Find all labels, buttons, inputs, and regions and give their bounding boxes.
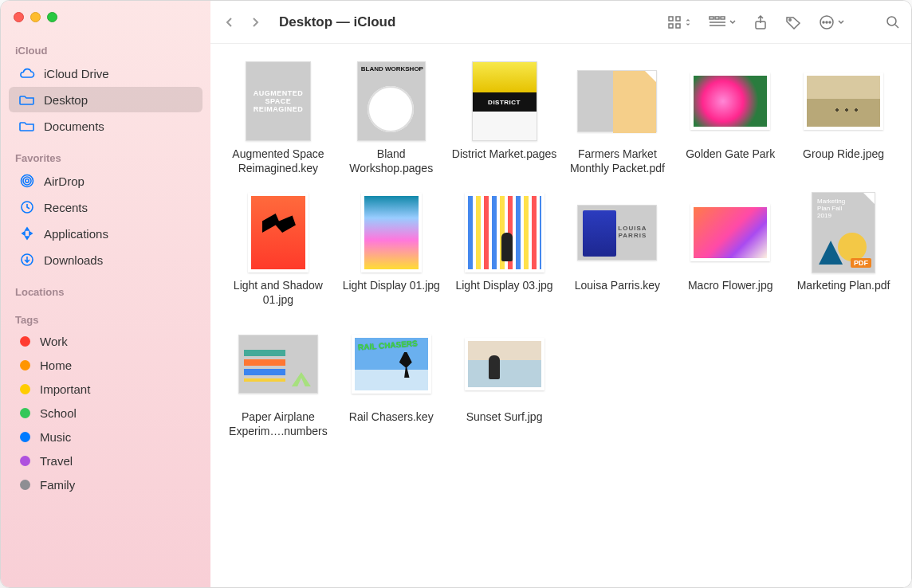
file-item[interactable]: Light Display 01.jpg: [338, 193, 445, 307]
sidebar-item-airdrop[interactable]: AirDrop: [9, 168, 202, 194]
file-item[interactable]: AUGMENTED SPACE REIMAGINED Augmented Spa…: [225, 61, 332, 175]
file-thumbnail: [804, 61, 883, 141]
tag-item[interactable]: Home: [9, 353, 202, 377]
file-thumbnail: [690, 193, 770, 272]
file-item[interactable]: Rail Chasers.key: [338, 324, 445, 438]
airdrop-icon: [18, 174, 36, 188]
section-heading: Tags: [1, 309, 210, 329]
apps-icon: [18, 226, 36, 241]
file-item[interactable]: Group Ride.jpeg: [790, 61, 897, 175]
minimize-window-button[interactable]: [30, 12, 41, 22]
file-name: Augmented Space Reimagined.key: [225, 147, 332, 175]
sidebar-item-applications[interactable]: Applications: [9, 221, 202, 246]
cloud-icon: [18, 66, 36, 80]
sidebar-item-label: AirDrop: [44, 174, 85, 188]
file-item[interactable]: Farmers Market Monthly Packet.pdf: [564, 61, 670, 175]
svg-rect-11: [721, 17, 725, 19]
section-heading: iCloud: [1, 40, 210, 60]
file-name: Macro Flower.jpg: [688, 279, 773, 293]
sidebar-section-locations: Locations: [1, 281, 210, 301]
file-item[interactable]: Paper Airplane Experim….numbers: [225, 324, 332, 438]
tag-item[interactable]: Work: [9, 329, 202, 353]
group-by-button[interactable]: [709, 15, 736, 29]
file-name: Farmers Market Monthly Packet.pdf: [564, 147, 670, 175]
main-pane: Desktop — iCloud: [210, 1, 911, 587]
file-thumbnail: [465, 193, 544, 272]
tag-item[interactable]: School: [9, 401, 202, 425]
tag-label: Family: [40, 478, 75, 492]
fullscreen-window-button[interactable]: [47, 12, 57, 22]
tag-label: School: [40, 406, 77, 420]
file-item[interactable]: Louisa Parris.key: [564, 193, 670, 307]
file-grid: AUGMENTED SPACE REIMAGINED Augmented Spa…: [210, 44, 911, 587]
tag-color-dot: [20, 384, 30, 394]
tag-item[interactable]: Music: [9, 425, 202, 449]
svg-point-17: [829, 22, 831, 23]
tag-item[interactable]: Important: [9, 377, 202, 401]
sidebar-item-icloud-drive[interactable]: iCloud Drive: [9, 61, 202, 86]
search-button[interactable]: [886, 15, 900, 29]
tag-label: Important: [40, 382, 90, 396]
file-name: Sunset Surf.jpg: [466, 410, 543, 425]
back-button[interactable]: [222, 14, 238, 30]
file-item[interactable]: Golden Gate Park: [677, 61, 784, 175]
sidebar-item-label: Recents: [44, 201, 88, 214]
svg-point-13: [789, 18, 791, 20]
clock-icon: [18, 200, 36, 214]
file-thumbnail: [238, 193, 318, 272]
svg-point-18: [887, 17, 896, 25]
file-name: Marketing Plan.pdf: [797, 279, 890, 293]
svg-rect-6: [676, 17, 680, 21]
forward-button[interactable]: [247, 14, 263, 30]
folder-icon: [18, 92, 36, 107]
svg-point-1: [23, 177, 31, 185]
file-name: Rail Chasers.key: [349, 410, 434, 425]
file-thumbnail: AUGMENTED SPACE REIMAGINED: [238, 61, 318, 141]
sidebar-section-icloud: iCloud iCloud Drive Desktop Documents: [1, 40, 210, 139]
sidebar-item-downloads[interactable]: Downloads: [9, 247, 202, 272]
tag-color-dot: [20, 456, 30, 466]
folder-icon: [18, 119, 36, 133]
svg-rect-10: [715, 17, 719, 19]
close-window-button[interactable]: [14, 12, 24, 22]
share-button[interactable]: [753, 14, 768, 30]
more-actions-button[interactable]: [819, 14, 844, 30]
file-thumbnail: [577, 61, 657, 141]
file-item[interactable]: Light and Shadow 01.jpg: [225, 193, 332, 307]
file-item[interactable]: Bland Workshop.pages: [338, 61, 445, 175]
file-item[interactable]: Macro Flower.jpg: [677, 193, 784, 307]
svg-point-16: [826, 22, 827, 23]
toolbar-actions: [667, 14, 900, 30]
file-item[interactable]: DISTRICT District Market.pages: [451, 61, 558, 175]
window-controls: [1, 12, 210, 22]
tag-item[interactable]: Travel: [9, 449, 202, 472]
sidebar-section-favorites: Favorites AirDrop Recents Applications D…: [1, 147, 210, 273]
nav-buttons: [222, 14, 263, 30]
tag-color-dot: [20, 360, 30, 370]
file-name: Light Display 03.jpg: [455, 279, 552, 293]
svg-rect-8: [676, 24, 680, 28]
tag-item[interactable]: Family: [9, 472, 202, 496]
sidebar-item-recents[interactable]: Recents: [9, 194, 202, 220]
file-item[interactable]: Light Display 03.jpg: [451, 193, 558, 307]
tag-label: Work: [40, 335, 68, 348]
sidebar-item-desktop[interactable]: Desktop: [9, 87, 202, 112]
file-item[interactable]: Sunset Surf.jpg: [451, 324, 558, 438]
svg-rect-5: [669, 17, 673, 21]
svg-rect-7: [669, 24, 673, 28]
tags-button[interactable]: [785, 15, 801, 29]
file-thumbnail: [238, 324, 318, 404]
tag-color-dot: [20, 432, 30, 442]
file-item[interactable]: PDF Marketing Plan.pdf: [790, 193, 897, 307]
window-title: Desktop — iCloud: [279, 14, 395, 30]
tag-color-dot: [20, 480, 30, 490]
file-thumbnail: DISTRICT: [465, 61, 544, 141]
file-thumbnail: [352, 324, 431, 404]
file-thumbnail: PDF: [804, 193, 883, 272]
view-toggle-button[interactable]: [667, 15, 691, 29]
sidebar-item-documents[interactable]: Documents: [9, 113, 202, 139]
sidebar-item-label: iCloud Drive: [44, 67, 109, 80]
file-thumbnail: [352, 61, 431, 141]
section-heading: Locations: [1, 281, 210, 301]
file-name: Light Display 01.jpg: [343, 279, 440, 293]
